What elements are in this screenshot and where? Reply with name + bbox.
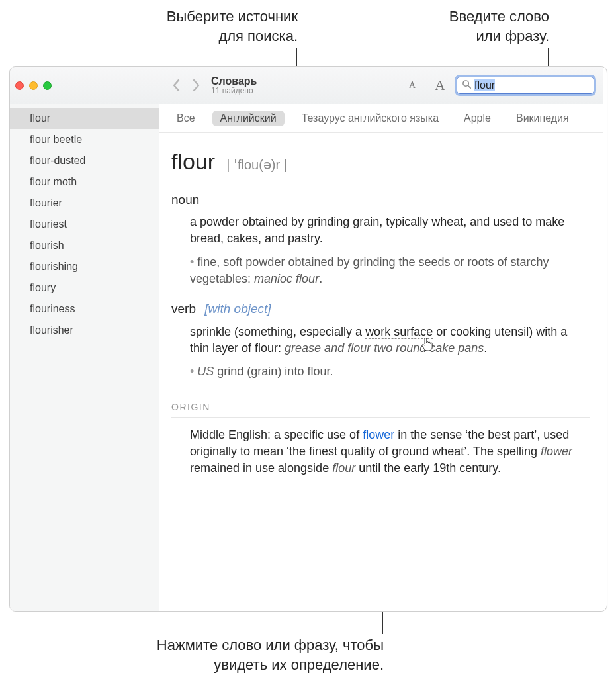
region-label: US <box>197 365 214 378</box>
font-size-control[interactable]: A A <box>409 77 445 94</box>
verb-subsense[interactable]: US grind (grain) into flour. <box>190 363 590 380</box>
font-larger-icon[interactable]: A <box>435 77 445 94</box>
sidebar: flourflour beetleflour-dustedflour mothf… <box>9 104 159 611</box>
source-tab[interactable]: Все <box>169 111 203 126</box>
source-tabs: ВсеАнглийскийТезаурус английского языкаA… <box>159 104 603 133</box>
source-tab[interactable]: Английский <box>212 111 285 126</box>
text: sprinkle (something, especially a <box>190 325 365 338</box>
text: grind (grain) into flour. <box>214 365 333 378</box>
toolbar: Словарь 11 найдено A A <box>159 67 603 104</box>
sidebar-item[interactable]: flour beetle <box>9 129 159 150</box>
source-tab[interactable]: Википедия <box>508 111 577 126</box>
callout-search: Введите слово или фразу. <box>357 7 549 46</box>
text: remained in use alongside <box>190 461 332 475</box>
sidebar-item[interactable]: flouriness <box>9 298 159 320</box>
text: fine, soft powder obtained by grinding t… <box>190 255 549 285</box>
example: manioc flour <box>254 272 319 285</box>
callout-source: Выберите источник для поиска. <box>99 7 298 46</box>
text: until the early 19th century. <box>355 461 501 475</box>
origin-text[interactable]: Middle English: a specific use of flower… <box>190 427 590 477</box>
sidebar-item[interactable]: flour <box>9 108 159 129</box>
window-title-group: Словарь 11 найдено <box>211 75 257 96</box>
sidebar-item[interactable]: floury <box>9 277 159 298</box>
titlebar: Словарь 11 найдено A A <box>9 67 603 104</box>
search-input[interactable] <box>474 79 607 91</box>
callout-click: Нажмите слово или фразу, чтобы увидеть и… <box>60 635 384 674</box>
grammar-note: [with object] <box>204 302 271 316</box>
sidebar-item[interactable]: flour moth <box>9 171 159 193</box>
svg-line-1 <box>468 86 471 89</box>
window-title: Словарь <box>211 75 257 87</box>
sidebar-item[interactable]: flourish <box>9 235 159 256</box>
font-smaller-icon[interactable]: A <box>409 80 416 91</box>
source-tab[interactable]: Тезаурус английского языка <box>294 111 447 126</box>
search-icon <box>462 79 472 91</box>
italic: flower <box>541 445 572 458</box>
headword: flour <box>171 146 215 178</box>
sidebar-item[interactable]: flouriest <box>9 214 159 235</box>
definition-area: flour | ˈflou(ə)r | noun a powder obtain… <box>159 133 603 490</box>
label: verb <box>171 302 196 316</box>
verb-definition[interactable]: sprinkle (something, especially a work s… <box>190 324 590 357</box>
sidebar-item[interactable]: flourier <box>9 193 159 214</box>
clear-search-button[interactable] <box>607 80 607 91</box>
close-button[interactable] <box>15 81 24 90</box>
example: grease and flour two round cake pans <box>285 342 484 355</box>
part-of-speech-verb: verb [with object] <box>171 300 590 318</box>
linked-phrase[interactable]: work surface <box>365 325 433 339</box>
back-button[interactable] <box>166 75 186 95</box>
sidebar-item[interactable]: flourisher <box>9 320 159 341</box>
search-field[interactable] <box>455 75 596 96</box>
sidebar-item[interactable]: flourishing <box>9 256 159 277</box>
part-of-speech-noun: noun <box>171 191 590 209</box>
etymology-link[interactable]: flower <box>363 428 394 441</box>
origin-header: ORIGIN <box>171 401 590 418</box>
sidebar-item[interactable]: flour-dusted <box>9 150 159 171</box>
window-controls <box>15 81 52 90</box>
italic: flour <box>332 461 355 475</box>
minimize-button[interactable] <box>29 81 38 90</box>
main-content: ВсеАнглийскийТезаурус английского языкаA… <box>159 104 603 611</box>
noun-subsense[interactable]: fine, soft powder obtained by grinding t… <box>190 254 590 287</box>
divider <box>425 78 425 93</box>
pronunciation: | ˈflou(ə)r | <box>226 158 287 172</box>
source-tab[interactable]: Apple <box>456 111 499 126</box>
results-count: 11 найдено <box>211 87 257 95</box>
text: Middle English: a specific use of <box>190 428 363 441</box>
forward-button[interactable] <box>186 75 206 95</box>
dictionary-window: Словарь 11 найдено A A flourflour beetle… <box>9 66 607 612</box>
zoom-button[interactable] <box>43 81 52 90</box>
noun-definition[interactable]: a powder obtained by grinding grain, typ… <box>190 214 590 247</box>
